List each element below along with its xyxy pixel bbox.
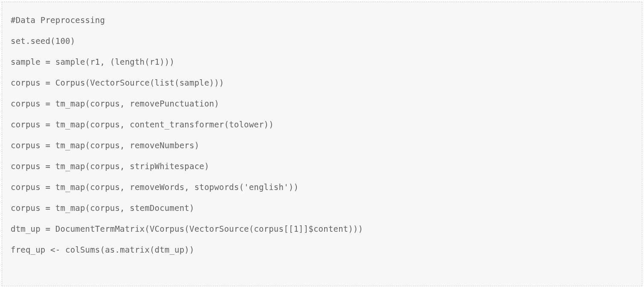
- code-line: corpus = tm_map(corpus, content_transfor…: [11, 114, 633, 135]
- code-line: dtm_up = DocumentTermMatrix(VCorpus(Vect…: [11, 219, 633, 239]
- code-line: corpus = Corpus(VectorSource(list(sample…: [11, 72, 633, 93]
- code-line: corpus = tm_map(corpus, removeNumbers): [11, 135, 633, 156]
- code-line: corpus = tm_map(corpus, stemDocument): [11, 198, 633, 219]
- code-line: sample = sample(r1, (length(r1))): [11, 52, 633, 72]
- code-line: corpus = tm_map(corpus, removeWords, sto…: [11, 177, 633, 198]
- code-line: set.seed(100): [11, 31, 633, 52]
- code-line: corpus = tm_map(corpus, stripWhitespace): [11, 156, 633, 177]
- code-block: #Data Preprocessing set.seed(100) sample…: [2, 2, 642, 286]
- code-line: corpus = tm_map(corpus, removePunctuatio…: [11, 93, 633, 114]
- code-line: #Data Preprocessing: [11, 10, 633, 31]
- code-line: freq_up <- colSums(as.matrix(dtm_up)): [11, 239, 633, 260]
